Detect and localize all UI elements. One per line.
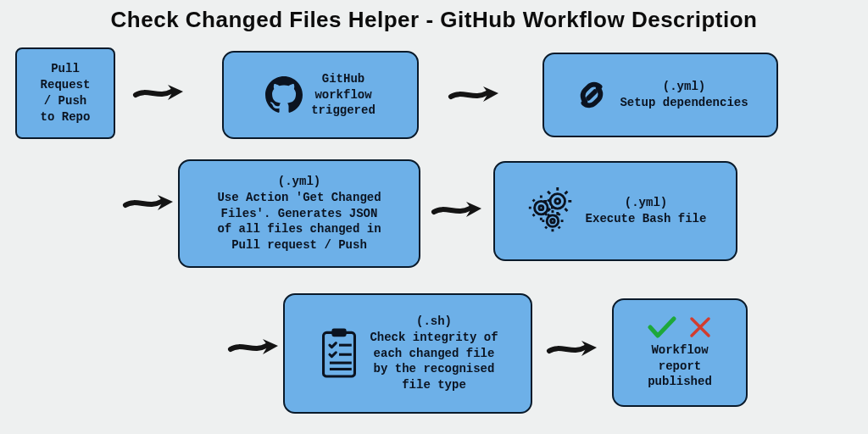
svg-rect-12 [332, 328, 347, 337]
github-icon [265, 76, 303, 114]
step-get-changed-files: (.yml) Use Action 'Get Changed Files'. G… [178, 159, 420, 268]
step-exec-label: Execute Bash file [586, 211, 707, 227]
gears-icon [525, 185, 577, 237]
svg-point-8 [547, 215, 559, 227]
step-workflow-triggered: GitHub workflow triggered [222, 51, 419, 139]
step-execute-bash: (.yml) Execute Bash file [493, 161, 737, 261]
diagram-title: Check Changed Files Helper - GitHub Work… [0, 7, 868, 33]
step-trigger-label: Pull Request / Push to Repo [41, 61, 91, 125]
arrow-icon [548, 336, 598, 363]
svg-point-7 [539, 206, 543, 210]
arrow-icon [229, 334, 280, 361]
step-action-tag: (.yml) [278, 174, 320, 190]
step-workflow-label: GitHub workflow triggered [311, 71, 376, 120]
step-check-tag: (.sh) [416, 314, 452, 330]
svg-point-9 [550, 219, 554, 222]
arrow-icon [134, 80, 185, 107]
step-check-integrity: (.sh) Check integrity of each changed fi… [283, 293, 532, 414]
clipboard-icon [317, 326, 361, 381]
step-report-label: Workflow report published [648, 342, 712, 391]
step-exec-tag: (.yml) [625, 195, 667, 211]
check-icon [648, 315, 676, 339]
step-report: Workflow report published [612, 298, 748, 407]
x-icon [688, 315, 712, 339]
step-deps-label: Setup dependencies [620, 95, 748, 111]
arrow-icon [124, 190, 175, 217]
step-deps-tag: (.yml) [663, 79, 705, 95]
step-check-label: Check integrity of each changed file by … [370, 330, 498, 394]
svg-point-6 [534, 201, 548, 214]
step-trigger: Pull Request / Push to Repo [15, 47, 115, 139]
step-action-label: Use Action 'Get Changed Files'. Generate… [217, 190, 381, 254]
arrow-icon [432, 197, 483, 224]
link-icon [572, 75, 611, 114]
svg-point-4 [550, 194, 565, 209]
svg-point-5 [554, 198, 559, 203]
arrow-icon [449, 81, 500, 108]
step-setup-dependencies: (.yml) Setup dependencies [542, 53, 778, 137]
